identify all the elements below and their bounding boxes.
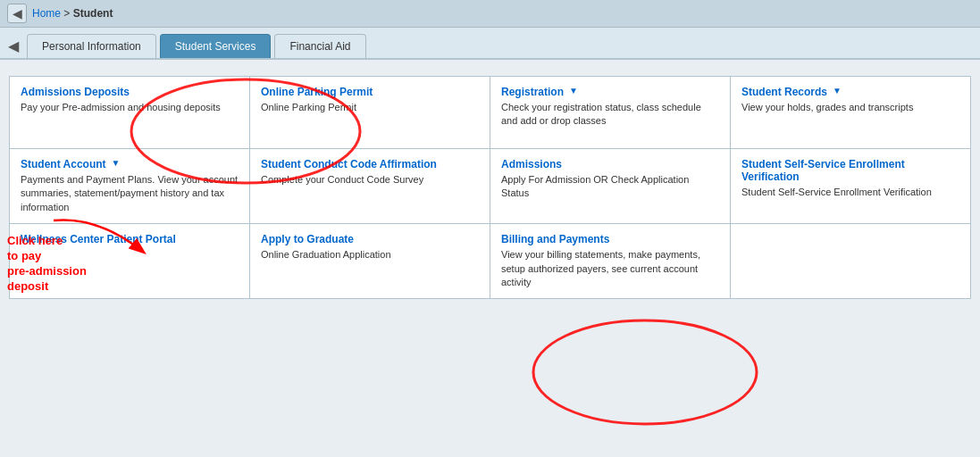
student-records-dropdown-arrow[interactable]: ▼ — [833, 86, 842, 96]
wellness-center-link[interactable]: Wellness Center Patient Portal — [21, 233, 176, 245]
tab-student-services[interactable]: Student Services — [160, 34, 272, 58]
admissions-deposits-link[interactable]: Admissions Deposits — [21, 86, 130, 98]
student-account-link[interactable]: Student Account — [21, 158, 106, 170]
service-cell-registration: Registration ▼ Check your registration s… — [490, 77, 730, 148]
top-navigation: ◀ Home > Student — [0, 0, 980, 28]
admissions-desc: Apply For Admission OR Check Application… — [501, 173, 719, 201]
student-conduct-link[interactable]: Student Conduct Code Affirmation — [261, 158, 437, 170]
enrollment-verification-desc: Student Self-Service Enrollment Verifica… — [741, 186, 959, 199]
billing-payments-desc: View your billing statements, make payme… — [501, 248, 719, 289]
registration-desc: Check your registration status, class sc… — [501, 101, 719, 129]
service-cell-student-conduct: Student Conduct Code Affirmation Complet… — [250, 149, 490, 223]
student-account-desc: Payments and Payment Plans. View your ac… — [21, 173, 239, 214]
service-cell-student-records: Student Records ▼ View your holds, grade… — [731, 77, 970, 148]
service-cell-empty — [731, 224, 970, 298]
back-button[interactable]: ◀ — [7, 4, 27, 23]
services-grid: Admissions Deposits Pay your Pre-admissi… — [9, 76, 971, 299]
online-parking-link[interactable]: Online Parking Permit — [261, 86, 373, 98]
back-icon: ◀ — [13, 6, 22, 21]
billing-payments-link[interactable]: Billing and Payments — [501, 233, 609, 245]
breadcrumb: Home > Student — [32, 7, 113, 20]
service-cell-billing-payments: Billing and Payments View your billing s… — [490, 224, 730, 298]
svg-point-1 — [533, 320, 757, 424]
tab-financial-aid[interactable]: Financial Aid — [274, 34, 365, 58]
apply-to-graduate-link[interactable]: Apply to Graduate — [261, 233, 354, 245]
student-records-link[interactable]: Student Records — [741, 86, 827, 98]
service-cell-admissions: Admissions Apply For Admission OR Check … — [490, 149, 730, 223]
student-conduct-desc: Complete your Conduct Code Survey — [261, 173, 479, 187]
admissions-link[interactable]: Admissions — [501, 158, 562, 170]
service-cell-admissions-deposits: Admissions Deposits Pay your Pre-admissi… — [10, 77, 249, 148]
apply-to-graduate-desc: Online Graduation Application — [261, 248, 479, 262]
registration-dropdown-arrow[interactable]: ▼ — [569, 86, 578, 96]
tab-left-arrow[interactable]: ◀ — [5, 33, 21, 58]
current-page: Student — [73, 7, 113, 20]
service-cell-student-account: Student Account ▼ Payments and Payment P… — [10, 149, 249, 223]
tab-personal-information[interactable]: Personal Information — [27, 34, 156, 58]
student-account-dropdown-arrow[interactable]: ▼ — [112, 158, 121, 168]
enrollment-verification-link[interactable]: Student Self-Service Enrollment Verifica… — [741, 158, 959, 183]
home-link[interactable]: Home — [32, 7, 61, 20]
service-cell-apply-to-graduate: Apply to Graduate Online Graduation Appl… — [250, 224, 490, 298]
registration-link[interactable]: Registration — [501, 86, 564, 98]
service-cell-online-parking: Online Parking Permit Online Parking Per… — [250, 77, 490, 148]
admissions-deposits-desc: Pay your Pre-admission and housing depos… — [21, 101, 239, 114]
tab-bar: ◀ Personal Information Student Services … — [0, 28, 980, 60]
service-cell-wellness-center: Wellness Center Patient Portal — [10, 224, 249, 298]
service-cell-enrollment-verification: Student Self-Service Enrollment Verifica… — [731, 149, 970, 223]
billing-payments-circle — [527, 314, 764, 430]
online-parking-desc: Online Parking Permit — [261, 101, 479, 114]
student-records-desc: View your holds, grades and transcripts — [741, 101, 959, 114]
main-content: Admissions Deposits Pay your Pre-admissi… — [0, 60, 980, 308]
